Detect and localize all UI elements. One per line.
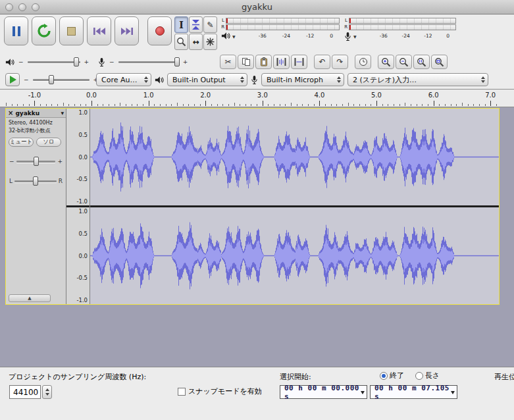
play-button[interactable] bbox=[32, 16, 56, 45]
snap-mode-checkbox[interactable]: スナップモードを有効 bbox=[178, 386, 262, 396]
track-close-button[interactable]: × bbox=[8, 110, 13, 117]
end-radio-circle[interactable] bbox=[380, 372, 388, 380]
paste-button[interactable] bbox=[255, 55, 272, 69]
output-device-select[interactable]: Built-in Output bbox=[167, 73, 247, 86]
zoom-tool-button[interactable] bbox=[174, 34, 188, 50]
transport-toolbar bbox=[4, 16, 172, 45]
gain-max-label: + bbox=[57, 158, 63, 165]
meter-menu-arrow[interactable]: ▼ bbox=[353, 34, 357, 39]
recording-meter-bar-right[interactable] bbox=[349, 24, 456, 30]
record-button[interactable] bbox=[147, 16, 172, 45]
minus-label: − bbox=[24, 76, 29, 83]
stepper-down-icon[interactable] bbox=[45, 393, 49, 396]
input-volume-slider[interactable] bbox=[118, 57, 179, 67]
audio-host-select[interactable]: Core Au… bbox=[96, 73, 151, 86]
dropdown-caret-icon[interactable] bbox=[451, 391, 455, 394]
skip-start-icon bbox=[93, 27, 106, 36]
mute-button[interactable]: ミュート bbox=[9, 138, 34, 147]
output-volume-slider[interactable] bbox=[28, 57, 80, 67]
output-volume-thumb[interactable] bbox=[74, 57, 79, 66]
length-radio-circle[interactable] bbox=[415, 372, 423, 380]
pan-thumb[interactable] bbox=[33, 176, 38, 186]
track-collapse-button[interactable]: ▲ bbox=[9, 294, 51, 302]
length-radio-label: 長さ bbox=[425, 371, 440, 381]
ruler-tick bbox=[382, 104, 383, 106]
track-name[interactable]: gyakku bbox=[15, 110, 59, 117]
playback-meter[interactable]: L R ▼ -36-24-120 bbox=[220, 17, 340, 50]
solo-button[interactable]: ソロ bbox=[36, 138, 61, 147]
meter-channel-label: L bbox=[220, 18, 224, 23]
stopwatch-button[interactable] bbox=[355, 55, 371, 69]
ruler-tick bbox=[451, 104, 451, 106]
end-radio[interactable]: 終了 bbox=[380, 371, 404, 381]
ruler-tick bbox=[285, 104, 286, 106]
recording-meter[interactable]: L R ▼ -36-24-120 bbox=[343, 17, 456, 50]
stepper-up-ic[interactable] bbox=[45, 388, 49, 391]
fit-selection-button[interactable] bbox=[413, 55, 430, 69]
snap-checkbox-box[interactable] bbox=[178, 388, 186, 396]
redo-button[interactable]: ↷ bbox=[332, 55, 348, 69]
speaker-icon bbox=[5, 58, 14, 66]
draw-tool-icon: ✎ bbox=[207, 20, 213, 30]
waveform-display[interactable] bbox=[90, 109, 499, 304]
waveform-right-channel[interactable] bbox=[90, 207, 499, 304]
ruler-tick bbox=[68, 104, 69, 106]
dropdown-caret-icon[interactable] bbox=[361, 391, 365, 394]
sample-rate-stepper[interactable] bbox=[42, 385, 52, 399]
stop-button[interactable] bbox=[59, 16, 84, 45]
undo-button[interactable]: ↶ bbox=[314, 55, 330, 69]
input-channels-select[interactable]: 2 (ステレオ)入力… bbox=[347, 73, 488, 86]
skip-end-icon bbox=[120, 27, 134, 36]
selection-end-field[interactable]: 00 h 00 m 07.105 s bbox=[370, 385, 457, 399]
recording-meter-bar-left[interactable] bbox=[349, 18, 456, 24]
ruler-tick bbox=[485, 104, 486, 106]
ruler-tick bbox=[160, 104, 161, 106]
timeshift-tool-button[interactable]: ↔ bbox=[189, 34, 203, 50]
track-format-label: Stereo, 44100Hz bbox=[9, 120, 66, 126]
playback-meter-bar-right[interactable] bbox=[226, 24, 340, 30]
ruler-tick bbox=[251, 104, 251, 106]
ruler-tick bbox=[417, 104, 417, 106]
track-area[interactable]: × gyakku ▼ Stereo, 44100Hz 32-bit浮動小数点 ミ… bbox=[0, 107, 514, 367]
zoom-in-button[interactable] bbox=[378, 55, 394, 69]
output-device-value: Built-in Output bbox=[172, 76, 226, 84]
popup-arrows-icon bbox=[337, 76, 341, 83]
ruler-tick bbox=[57, 104, 58, 106]
end-radio-label: 終了 bbox=[390, 371, 404, 381]
sample-rate-input[interactable]: 44100 bbox=[9, 385, 41, 399]
draw-tool-button[interactable]: ✎ bbox=[203, 16, 217, 33]
play-at-speed-button[interactable] bbox=[5, 73, 20, 86]
ruler-tick bbox=[103, 104, 103, 106]
ruler-tick bbox=[439, 104, 440, 106]
copy-button[interactable] bbox=[238, 55, 254, 69]
length-radio[interactable]: 長さ bbox=[415, 371, 440, 381]
gain-thumb[interactable] bbox=[34, 157, 39, 166]
silence-button[interactable] bbox=[291, 55, 307, 69]
track-menu-button[interactable]: ▼ bbox=[61, 111, 64, 115]
input-device-select[interactable]: Built-in Microph bbox=[261, 73, 344, 86]
selection-tool-button[interactable]: I bbox=[174, 16, 188, 33]
meter-menu-arrow[interactable]: ▼ bbox=[232, 34, 236, 39]
timeline-ruler[interactable]: -1.00.01.02.03.04.05.06.07.0 bbox=[0, 90, 514, 107]
pan-slider[interactable]: L R bbox=[9, 176, 63, 186]
playback-meter-bar-left[interactable] bbox=[226, 18, 340, 24]
trim-button[interactable] bbox=[273, 55, 290, 69]
skip-to-end-button[interactable] bbox=[115, 16, 139, 45]
amplitude-scale-label: -1.0 bbox=[66, 298, 88, 303]
title-bar[interactable]: gyakku bbox=[0, 0, 514, 14]
selection-start-field[interactable]: 00 h 00 m 00.000 s bbox=[280, 385, 367, 399]
pause-button[interactable] bbox=[4, 16, 28, 45]
play-speed-thumb[interactable] bbox=[49, 75, 54, 84]
input-volume-thumb[interactable] bbox=[174, 57, 180, 66]
play-speed-slider[interactable] bbox=[33, 74, 90, 85]
cut-button[interactable]: ✂ bbox=[220, 55, 236, 69]
envelope-tool-button[interactable] bbox=[189, 16, 203, 33]
gain-slider[interactable]: − + bbox=[9, 156, 63, 167]
skip-to-start-button[interactable] bbox=[87, 16, 111, 45]
ruler-tick bbox=[496, 104, 497, 106]
multi-tool-button[interactable] bbox=[203, 34, 217, 50]
fit-project-button[interactable] bbox=[431, 55, 448, 69]
zoom-out-button[interactable] bbox=[396, 55, 412, 69]
waveform-left-channel[interactable] bbox=[90, 109, 499, 205]
play-icon bbox=[10, 76, 16, 84]
